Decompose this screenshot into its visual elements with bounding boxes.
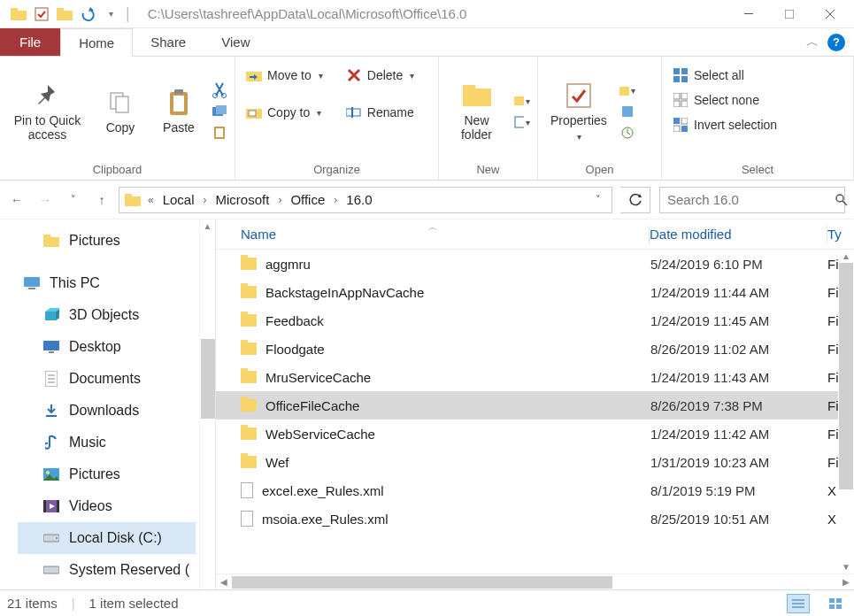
navpane-item[interactable]: Documents bbox=[18, 363, 215, 395]
edit-icon[interactable] bbox=[619, 104, 635, 119]
breadcrumb-item[interactable]: Office bbox=[289, 192, 327, 207]
table-row[interactable]: Wef1/31/2019 10:23 AMFi bbox=[216, 448, 854, 476]
table-row[interactable]: BackstageInAppNavCache1/24/2019 11:44 AM… bbox=[216, 278, 854, 306]
folder-icon bbox=[241, 343, 257, 355]
column-header-date[interactable]: Date modified bbox=[650, 227, 827, 242]
forward-button[interactable]: → bbox=[37, 193, 53, 207]
properties-button[interactable]: Properties ▾ bbox=[545, 78, 612, 144]
easy-access-icon[interactable]: ▾ bbox=[514, 114, 530, 130]
properties-icon[interactable] bbox=[32, 4, 51, 24]
svg-rect-67 bbox=[57, 500, 59, 512]
breadcrumb[interactable]: « Local› Microsoft› Office› 16.0 ˅ bbox=[119, 187, 612, 213]
table-row[interactable]: WebServiceCache1/24/2019 11:42 AMFi bbox=[216, 420, 854, 448]
copy-path-icon[interactable] bbox=[212, 104, 227, 119]
breadcrumb-item[interactable]: Local bbox=[161, 192, 196, 207]
navigation-pane: Pictures This PC 3D ObjectsDesktopDocume… bbox=[0, 219, 216, 589]
column-header-type[interactable]: Ty bbox=[827, 227, 854, 242]
breadcrumb-item[interactable]: 16.0 bbox=[344, 192, 373, 207]
navpane-item-label: 3D Objects bbox=[69, 307, 139, 323]
select-none-icon bbox=[673, 92, 689, 108]
invert-selection-button[interactable]: Invert selection bbox=[669, 115, 781, 135]
close-button[interactable] bbox=[810, 1, 850, 27]
select-all-button[interactable]: Select all bbox=[669, 65, 748, 85]
navpane-item[interactable]: Videos bbox=[18, 490, 215, 522]
undo-icon[interactable] bbox=[78, 4, 97, 24]
up-button[interactable]: ↑ bbox=[94, 193, 110, 207]
navpane-item[interactable]: Desktop bbox=[18, 331, 215, 363]
svg-rect-37 bbox=[681, 93, 688, 99]
address-dropdown-icon[interactable]: ˅ bbox=[596, 194, 606, 205]
navpane-item-icon bbox=[42, 435, 60, 450]
vertical-scrollbar[interactable]: ▲ ▼ bbox=[838, 250, 854, 574]
svg-rect-40 bbox=[673, 118, 680, 124]
file-date: 1/24/2019 11:45 AM bbox=[650, 313, 827, 328]
svg-rect-27 bbox=[515, 117, 524, 127]
table-row[interactable]: msoia.exe_Rules.xml8/25/2019 10:51 AMX bbox=[216, 504, 854, 533]
new-folder-button[interactable]: New folder bbox=[446, 78, 507, 145]
svg-rect-29 bbox=[619, 87, 629, 96]
copy-to-button[interactable]: Copy to▾ bbox=[242, 103, 327, 122]
navpane-item[interactable]: Local Disk (C:) bbox=[18, 522, 196, 554]
svg-rect-34 bbox=[673, 76, 680, 82]
table-row[interactable]: Floodgate8/26/2019 11:02 AMFi bbox=[216, 335, 854, 363]
search-box[interactable] bbox=[659, 187, 845, 213]
svg-rect-6 bbox=[785, 10, 794, 19]
navpane-item-label: Desktop bbox=[69, 339, 121, 355]
folder-icon bbox=[42, 233, 60, 249]
details-view-button[interactable] bbox=[787, 594, 810, 613]
svg-point-70 bbox=[56, 537, 58, 539]
tab-home[interactable]: Home bbox=[60, 28, 133, 57]
navpane-item[interactable]: Pictures bbox=[18, 458, 215, 490]
search-input[interactable] bbox=[667, 192, 835, 207]
horizontal-scrollbar[interactable]: ◀ ▶ bbox=[216, 574, 854, 589]
breadcrumb-item[interactable]: Microsoft bbox=[214, 192, 272, 207]
breadcrumb-overflow[interactable]: « bbox=[141, 194, 161, 206]
delete-button[interactable]: Delete▾ bbox=[342, 65, 418, 85]
navpane-item-label: Local Disk (C:) bbox=[69, 530, 162, 546]
folder-icon bbox=[241, 286, 257, 298]
select-none-button[interactable]: Select none bbox=[669, 90, 763, 110]
move-to-button[interactable]: Move to▾ bbox=[242, 65, 327, 85]
search-icon[interactable] bbox=[835, 194, 848, 206]
main-area: Pictures This PC 3D ObjectsDesktopDocume… bbox=[0, 219, 854, 589]
qat-dropdown-icon[interactable]: ▾ bbox=[101, 4, 120, 24]
history-icon[interactable] bbox=[619, 125, 635, 141]
collapse-ribbon-icon[interactable]: ︿ bbox=[806, 35, 819, 50]
folder-icon bbox=[241, 427, 257, 440]
refresh-button[interactable] bbox=[620, 187, 650, 213]
navpane-item[interactable]: System Reserved ( bbox=[18, 554, 215, 586]
table-row[interactable]: aggmru5/24/2019 6:10 PMFi bbox=[216, 250, 854, 278]
column-header-name[interactable]: ︿ Name bbox=[216, 227, 649, 242]
rename-button[interactable]: Rename bbox=[342, 103, 418, 122]
table-row[interactable]: Feedback1/24/2019 11:45 AMFi bbox=[216, 306, 854, 335]
file-name: WebServiceCache bbox=[265, 427, 375, 442]
copy-icon bbox=[106, 89, 135, 117]
minimize-button[interactable] bbox=[728, 1, 769, 27]
navpane-pictures[interactable]: Pictures bbox=[18, 225, 215, 257]
tab-file[interactable]: File bbox=[0, 28, 60, 56]
back-button[interactable]: ← bbox=[9, 193, 25, 207]
recent-locations-dropdown[interactable]: ˅ bbox=[65, 194, 81, 205]
navpane-this-pc[interactable]: This PC bbox=[18, 267, 215, 299]
copy-button[interactable]: Copy bbox=[95, 85, 146, 138]
open-icon[interactable]: ▾ bbox=[619, 82, 635, 98]
table-row[interactable]: excel.exe_Rules.xml8/1/2019 5:19 PMX bbox=[216, 476, 854, 504]
navpane-item[interactable]: 3D Objects bbox=[18, 299, 215, 331]
pin-to-quick-access-button[interactable]: Pin to Quick access bbox=[7, 78, 88, 145]
table-row[interactable]: OfficeFileCache8/26/2019 7:38 PMFi bbox=[216, 391, 854, 420]
navpane-item[interactable]: Music bbox=[18, 427, 215, 458]
paste-button[interactable]: Paste bbox=[153, 85, 204, 138]
navpane-item[interactable]: Downloads bbox=[18, 395, 215, 427]
new-folder-icon[interactable] bbox=[55, 4, 74, 24]
tab-view[interactable]: View bbox=[204, 28, 267, 56]
new-item-icon[interactable]: ✦▾ bbox=[514, 93, 530, 109]
navpane-scrollbar[interactable]: ▲ bbox=[199, 219, 215, 589]
table-row[interactable]: MruServiceCache1/24/2019 11:43 AMFi bbox=[216, 363, 854, 391]
help-icon[interactable]: ? bbox=[827, 34, 845, 51]
cut-icon[interactable] bbox=[212, 82, 227, 98]
maximize-button[interactable] bbox=[769, 1, 810, 27]
tab-share[interactable]: Share bbox=[133, 28, 204, 56]
sort-indicator-icon: ︿ bbox=[428, 221, 437, 234]
large-icons-view-button[interactable] bbox=[824, 594, 847, 613]
paste-shortcut-icon[interactable] bbox=[212, 125, 227, 141]
